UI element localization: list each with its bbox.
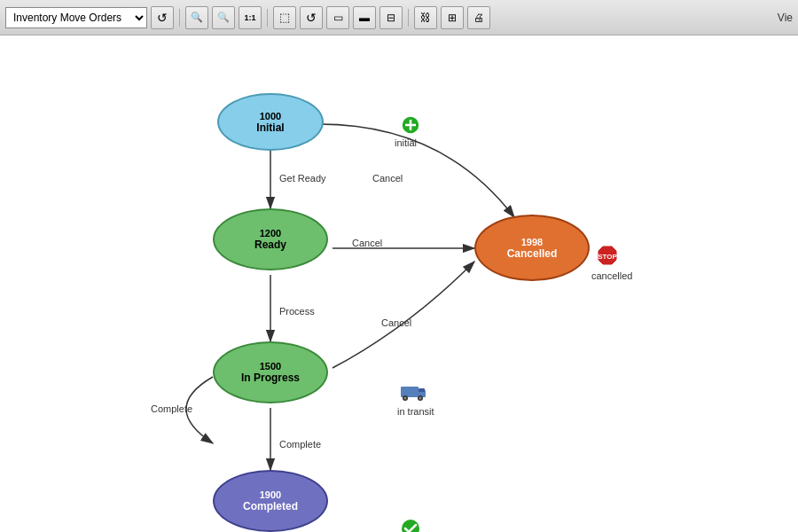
label-complete-1: Complete (279, 439, 321, 450)
initial-status-label: initial (395, 137, 417, 148)
cancelled-status-label: cancelled (591, 270, 632, 281)
zoom-out-button[interactable]: 🔍 (212, 6, 235, 29)
grid-button[interactable]: ⊞ (441, 6, 464, 29)
node-completed-id: 1900 (260, 489, 281, 500)
node-inprogress-label: In Progress (241, 372, 300, 384)
link-button[interactable]: ⛓ (414, 6, 437, 29)
node-inprogress[interactable]: 1500 In Progress (213, 341, 328, 403)
workflow-canvas: 1000 Initial 1200 Ready 1500 In Progress… (0, 35, 798, 532)
node-cancelled-label: Cancelled (507, 247, 558, 260)
link-icon: ⛓ (420, 12, 431, 24)
zoom-rect-icon: ▬ (359, 12, 370, 24)
zoom-rect-button[interactable]: ▬ (353, 6, 376, 29)
refresh-icon: ↺ (157, 11, 168, 25)
node-initial[interactable]: 1000 Initial (217, 93, 324, 151)
refresh-button[interactable]: ↺ (151, 6, 174, 29)
node-cancelled-id: 1998 (521, 237, 543, 247)
rect-select-button[interactable]: ▭ (326, 6, 349, 29)
svg-point-16 (419, 397, 422, 400)
node-completed-label: Completed (243, 500, 298, 512)
node-initial-id: 1000 (260, 111, 281, 121)
zoom-in-icon: 🔍 (191, 12, 203, 23)
complete-status-icon (401, 519, 420, 532)
zoom-in-button[interactable]: 🔍 (185, 6, 208, 29)
label-cancel-2: Cancel (352, 238, 382, 248)
node-completed[interactable]: 1900 Completed (213, 470, 328, 532)
separator-3 (408, 9, 409, 27)
select-icon: ⬚ (279, 11, 290, 24)
svg-point-14 (404, 397, 407, 400)
select-button[interactable]: ⬚ (273, 6, 296, 29)
hsplit-button[interactable]: ⊟ (379, 6, 403, 29)
refresh2-icon: ↺ (306, 11, 317, 25)
zoom-11-button[interactable]: 1:1 (239, 6, 262, 29)
svg-rect-10 (401, 387, 419, 397)
label-get-ready: Get Ready (279, 173, 326, 184)
process-select[interactable]: Inventory Move Orders (5, 7, 147, 28)
view-label: Vie (778, 12, 793, 24)
grid-icon: ⊞ (448, 12, 457, 24)
toolbar: Inventory Move Orders ↺ 🔍 🔍 1:1 ⬚ ↺ ▭ ▬ … (0, 0, 798, 35)
label-cancel-3: Cancel (381, 317, 411, 328)
cancelled-status-icon: STOP (596, 244, 619, 271)
workflow-arrows (0, 35, 798, 532)
refresh2-button[interactable]: ↺ (300, 6, 323, 29)
node-ready-label: Ready (254, 239, 286, 251)
separator-2 (267, 9, 268, 27)
node-inprogress-id: 1500 (260, 361, 281, 372)
label-cancel-1: Cancel (372, 173, 403, 184)
zoom-out-icon: 🔍 (217, 12, 230, 23)
node-ready-id: 1200 (260, 228, 281, 239)
intransit-status-icon (401, 381, 427, 407)
hsplit-icon: ⊟ (387, 12, 395, 24)
intransit-status-label: in transit (397, 406, 434, 417)
svg-text:STOP: STOP (598, 253, 617, 261)
print-icon: 🖨 (473, 12, 484, 24)
rect-select-icon: ▭ (333, 12, 343, 24)
process-dropdown-wrapper: Inventory Move Orders (5, 7, 147, 28)
label-complete-2: Complete (151, 403, 192, 414)
node-initial-label: Initial (256, 121, 284, 134)
node-cancelled[interactable]: 1998 Cancelled (474, 215, 590, 281)
node-ready[interactable]: 1200 Ready (213, 208, 328, 270)
initial-status-icon (401, 115, 420, 139)
svg-rect-12 (419, 388, 425, 392)
print-button[interactable]: 🖨 (467, 6, 490, 29)
separator-1 (179, 9, 180, 27)
zoom-11-icon: 1:1 (244, 13, 255, 22)
label-process: Process (279, 306, 315, 317)
